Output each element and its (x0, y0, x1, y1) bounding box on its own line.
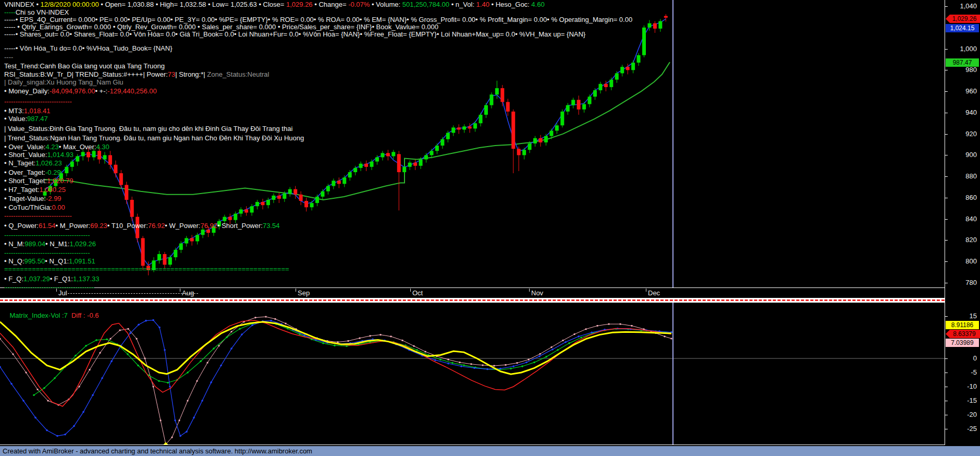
candle (560, 112, 564, 125)
axis-tick-label: 800 (947, 257, 977, 265)
info-line: • H7_Taget:1,030.25 (4, 186, 66, 194)
candle (293, 189, 297, 195)
info-line: • Q_Power:61.54• M_Power:69.23• T10_Powe… (4, 222, 279, 230)
month-label: Oct (412, 289, 423, 297)
candle (462, 126, 466, 129)
candle (397, 154, 401, 172)
candle (413, 163, 417, 166)
axis-tick-label: -10 (947, 382, 977, 390)
candle (381, 153, 384, 157)
info-line: -----Chi so VN-INDEX (4, 9, 69, 16)
candle (337, 181, 341, 184)
candle (473, 123, 477, 128)
info-line: ========================================… (4, 266, 289, 273)
candle (528, 143, 532, 150)
candle (391, 152, 395, 156)
candle (402, 167, 406, 172)
candle (647, 23, 651, 28)
candle (299, 195, 303, 201)
candle (332, 181, 335, 186)
candle (440, 139, 444, 146)
month-label: Sep (298, 289, 310, 297)
status-bar: Created with AmiBroker - advanced charti… (0, 446, 980, 456)
candle (255, 202, 259, 206)
candle (419, 160, 423, 166)
candles (43, 14, 668, 275)
price-axis[interactable]: 1,0401,000980960940920900880860840820800… (945, 0, 980, 445)
candle (451, 127, 455, 133)
month-tick (180, 289, 180, 292)
info-line: ------------------------------ (4, 212, 72, 220)
candle (185, 238, 188, 243)
info-line: ---- (4, 54, 13, 61)
axis-tick-label: 920 (947, 130, 977, 138)
lower-panel-border-line (0, 445, 945, 445)
axis-tick-label: -25 (947, 425, 977, 433)
date-axis[interactable]: JulAugSepOctNovDec (0, 288, 945, 298)
info-line: • Short_Value:1,014.93 (4, 151, 74, 159)
candle (631, 63, 635, 70)
candle (130, 200, 134, 217)
month-label: Aug (182, 289, 194, 297)
axis-tick-label: -20 (947, 411, 977, 418)
candle (315, 197, 319, 203)
candle (125, 185, 128, 200)
price-tag: 8.91186 (946, 321, 979, 329)
candle (114, 165, 117, 173)
candle (348, 172, 352, 177)
info-line: RSI_Status:B:W_Tr_D| TREND_Status:#++++|… (4, 71, 269, 78)
candle (310, 203, 314, 207)
candle (386, 153, 390, 156)
osc-series-green (34, 322, 671, 395)
axis-tick-label: 980 (947, 66, 977, 74)
info-line: -----• EPS_4Q_Current= 0.000• PE= 0.00• … (4, 16, 632, 23)
candle (533, 138, 537, 143)
candle (620, 67, 624, 73)
candle (288, 189, 292, 194)
candle (119, 173, 123, 185)
candle (511, 112, 515, 149)
candle (626, 67, 630, 70)
month-label: Nov (531, 289, 543, 297)
info-line: | Daily_singal:Xu Huong Tang_Nam Giu (4, 79, 124, 86)
candle (489, 94, 493, 105)
candle (70, 162, 74, 167)
oscillator-series (0, 316, 945, 447)
info-line: | Trend_Status:Ngan Han Tang Truong. Đâu… (4, 135, 304, 142)
candle (408, 163, 412, 167)
candle (201, 230, 205, 235)
candle (664, 16, 668, 18)
candle (446, 133, 450, 139)
info-line: • Short_Taget:1,020.79 (4, 177, 74, 185)
price-tag: 8.63379 (946, 330, 980, 338)
axis-tick-label: 780 (947, 279, 977, 286)
axis-tick-label: 1,000 (947, 45, 977, 53)
candle (157, 254, 161, 260)
candle (239, 209, 243, 213)
candle (103, 155, 106, 159)
info-line: ----- • Qtrly_Earings_Growth= 0.000 • Qt… (4, 23, 438, 31)
oscillator-title: Matrix_Index-Vol :7 Diff : -0.6 (2, 304, 99, 327)
amibroker-window: { "info_lines": [ {"top":2,"segs":[["VNI… (0, 0, 980, 456)
candle (609, 80, 613, 87)
month-tick (646, 289, 646, 292)
axis-tick-label: 840 (947, 215, 977, 223)
axis-dash-remnant (68, 293, 198, 294)
price-tag: 1,029.26 (946, 15, 980, 23)
candle (479, 115, 483, 123)
month-label: Dec (648, 289, 660, 297)
info-line: -----• Vôn Hóa_Tu do= 0.0• %VHoa_Tudo_Bo… (4, 45, 172, 52)
price-tag: 7.03989 (946, 339, 979, 347)
axis-tick-label: -5 (947, 368, 977, 376)
panel-splitter[interactable] (0, 298, 945, 303)
candle (500, 88, 504, 102)
candle (658, 21, 662, 29)
candle (190, 238, 194, 241)
status-bar-text: Created with AmiBroker - advanced charti… (3, 447, 312, 455)
axis-tick-label: 0 (947, 354, 977, 362)
osc-series-yellow (0, 322, 671, 374)
axis-tick-label: 880 (947, 172, 977, 180)
candle (506, 102, 510, 111)
month-tick (529, 289, 530, 292)
candle (495, 88, 499, 94)
